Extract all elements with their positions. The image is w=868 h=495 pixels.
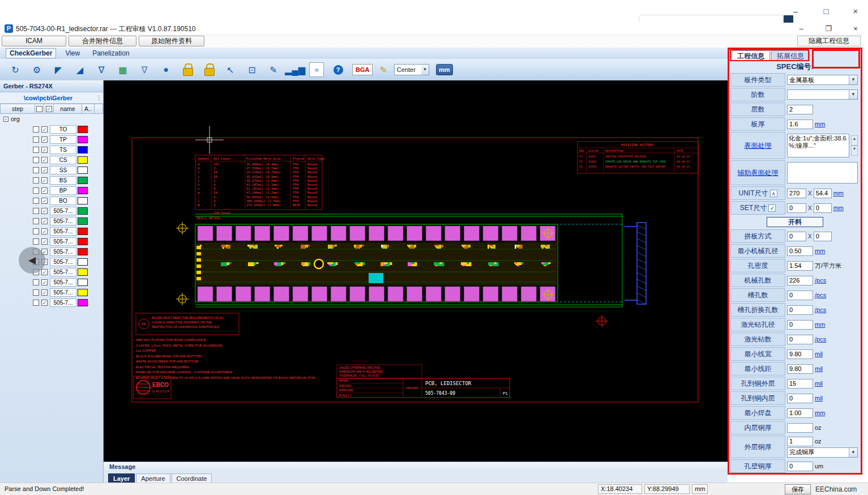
layer-row[interactable]: ✓ 505-7... <box>0 257 103 267</box>
layer-name[interactable]: TS <box>50 146 76 154</box>
layer-name[interactable]: 505-7... <box>50 207 76 215</box>
layer-row[interactable]: ✓ SS <box>0 165 103 175</box>
menu-checkgerber[interactable]: CheckGerber <box>6 48 56 58</box>
layer-name[interactable]: 505-7... <box>50 258 76 266</box>
lock-icon[interactable] <box>180 62 195 77</box>
app-minimize-icon[interactable]: – <box>792 23 811 35</box>
layer-visible-checkbox[interactable] <box>33 136 39 143</box>
step-org-label[interactable]: org <box>11 116 20 122</box>
finished-copper-select[interactable]: 完成铜厚▼ <box>787 447 858 458</box>
scroll-up-icon[interactable]: ▲ <box>851 135 858 146</box>
unit-label[interactable]: mil <box>815 380 823 387</box>
cursor-icon[interactable]: ↖ <box>223 62 238 77</box>
tab-merge-attachment-info[interactable]: 合并附件信息 <box>69 36 136 46</box>
layer-row[interactable]: ✓ 505-7... <box>0 297 103 308</box>
tab-extended-info[interactable]: 拓展信息 <box>771 50 810 61</box>
step-tree-row[interactable]: − org <box>0 114 103 124</box>
layer-active-checkbox[interactable]: ✓ <box>41 198 48 204</box>
flip-vertical-icon[interactable]: ◤ <box>51 62 66 77</box>
layer-color-swatch[interactable] <box>78 217 88 225</box>
layer-row[interactable]: ✓ BS <box>0 175 103 185</box>
layer-name[interactable]: 505-7... <box>50 278 76 287</box>
layer-row[interactable]: ✓ 505-7... <box>0 287 103 297</box>
highlight-brush-icon[interactable]: ✎ <box>379 65 387 75</box>
field-select[interactable]: 金属基板▼ <box>787 75 858 85</box>
dropdown-arrow-icon[interactable]: ▼ <box>849 448 857 457</box>
layer-active-checkbox[interactable]: ✓ <box>41 136 48 143</box>
flip-horizontal-icon[interactable]: ◢ <box>72 62 87 77</box>
layer-name[interactable]: BO <box>50 197 76 205</box>
scroll-down-icon[interactable]: ▼ <box>851 146 858 156</box>
layer-row[interactable]: ✓ BP <box>0 185 103 195</box>
layer-name[interactable]: BS <box>50 176 76 185</box>
unit-label[interactable]: mm <box>815 321 825 328</box>
field-input[interactable] <box>787 120 813 129</box>
message-tab-layer[interactable]: Layer <box>108 473 135 483</box>
unit-label[interactable]: mm <box>833 190 844 197</box>
hide-engineering-info-button[interactable]: 隐藏工程信息 <box>797 36 861 46</box>
field-input[interactable] <box>787 349 813 359</box>
layer-color-swatch[interactable] <box>78 136 88 143</box>
settings-gear-icon[interactable]: ⚙ <box>29 62 44 77</box>
tab-original-attachment[interactable]: 原始附件资料 <box>139 36 204 46</box>
layer-name[interactable]: 505-7... <box>50 268 76 276</box>
refresh-icon[interactable]: ↻ <box>8 62 23 77</box>
extract-funnel-icon[interactable]: ∇ <box>137 62 152 77</box>
panel-collapse-button[interactable]: ◀ <box>19 247 45 274</box>
layer-matrix-icon[interactable]: ▦ <box>116 62 130 77</box>
chevron-down-icon[interactable]: ▼ <box>421 65 429 75</box>
layer-visible-checkbox[interactable] <box>33 198 39 204</box>
layer-visible-checkbox[interactable] <box>33 167 39 173</box>
layer-visible-checkbox[interactable] <box>33 126 39 133</box>
measure-icon[interactable]: ✎ <box>266 62 281 77</box>
gerber-canvas[interactable]: SymbolHit CountFinished Hole SizePlatedH… <box>104 80 728 462</box>
layer-active-checkbox[interactable]: ✓ <box>41 238 48 245</box>
outer-maximize-icon[interactable]: □ <box>814 3 838 19</box>
layer-color-swatch[interactable] <box>78 187 88 194</box>
layer-row[interactable]: ✓ 505-7... <box>0 216 103 226</box>
layer-color-swatch[interactable] <box>78 289 88 296</box>
layer-active-checkbox[interactable]: ✓ <box>41 289 48 296</box>
layer-row[interactable]: ✓ 505-7... <box>0 277 103 287</box>
field-input[interactable] <box>787 291 813 300</box>
layer-color-swatch[interactable] <box>78 238 88 245</box>
field-input[interactable] <box>787 335 813 344</box>
pcb-board[interactable] <box>195 224 558 302</box>
unit-label[interactable]: mm <box>815 409 825 416</box>
dropdown-arrow-icon[interactable]: ▼ <box>849 90 857 99</box>
layer-name[interactable]: CS <box>50 156 76 164</box>
column-attr[interactable]: A.. <box>82 104 95 114</box>
layer-row[interactable]: ✓ TS <box>0 144 103 155</box>
column-visible-checkbox[interactable] <box>35 104 44 114</box>
layer-row[interactable]: ✓ TP <box>0 134 103 144</box>
layer-active-checkbox[interactable]: ✓ <box>41 208 48 214</box>
field-input[interactable] <box>787 364 813 374</box>
gerber-path[interactable]: \cow\pcb\Gerber <box>0 95 96 101</box>
unit-label[interactable]: mm <box>833 204 844 211</box>
layer-name[interactable]: SS <box>50 166 76 174</box>
layer-active-checkbox[interactable]: ✓ <box>41 157 48 163</box>
field-input[interactable] <box>787 437 813 446</box>
message-tab-aperture[interactable]: Aperture <box>136 473 170 483</box>
bga-button[interactable]: BGA <box>352 64 373 75</box>
menu-panelization[interactable]: Panelization <box>89 49 132 58</box>
field-icon[interactable]: ✓ <box>768 204 776 212</box>
unit-label[interactable]: mil <box>815 351 823 357</box>
unit-label[interactable]: mm <box>815 121 825 127</box>
histogram-icon[interactable]: ≈ <box>309 62 324 77</box>
more-options-icon[interactable]: ⋮ <box>96 95 103 101</box>
field-input[interactable] <box>787 261 813 271</box>
layer-color-swatch[interactable] <box>78 279 88 286</box>
select-area-icon[interactable]: ⊡ <box>245 62 259 77</box>
field-input[interactable] <box>787 408 813 418</box>
layer-visible-checkbox[interactable] <box>33 279 39 285</box>
field-icon[interactable]: ∧ <box>770 190 777 197</box>
layer-name[interactable]: 505-7... <box>50 288 76 297</box>
layer-visible-checkbox[interactable] <box>33 157 39 163</box>
layer-active-checkbox[interactable]: ✓ <box>41 187 48 194</box>
scrollbar[interactable]: ▲▼ <box>851 135 858 156</box>
layer-row[interactable]: ✓ 505-7... <box>0 226 103 236</box>
field-input-y[interactable] <box>814 203 832 213</box>
unlock-icon[interactable] <box>202 62 216 77</box>
field-input[interactable] <box>787 423 813 433</box>
